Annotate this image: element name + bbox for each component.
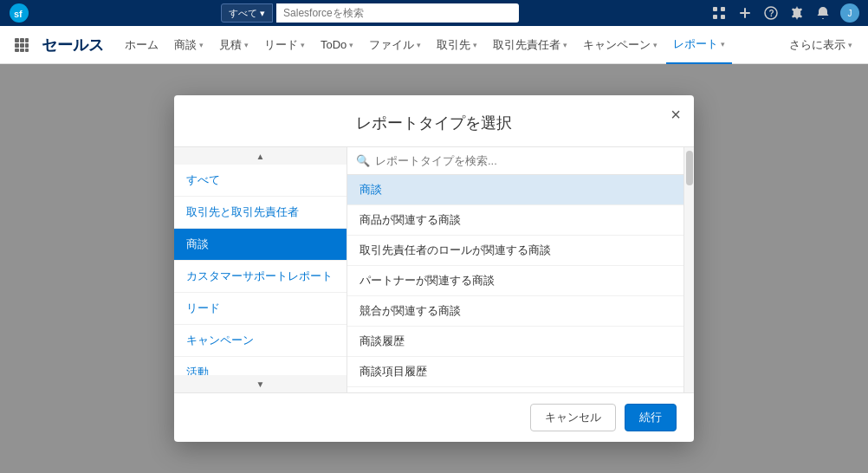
- cancel-button[interactable]: キャンセル: [530, 404, 616, 431]
- modal-title: レポートタイプを選択: [356, 114, 512, 132]
- nav-item-contacts[interactable]: 取引先責任者 ▾: [486, 26, 574, 64]
- search-icon: 🔍: [356, 154, 370, 167]
- svg-rect-11: [20, 38, 24, 42]
- scroll-up-button[interactable]: ▲: [174, 147, 347, 165]
- svg-rect-2: [713, 7, 717, 11]
- chevron-down-icon: ▾: [848, 41, 852, 49]
- svg-text:sf: sf: [14, 9, 23, 19]
- utility-bar-left: sf: [9, 3, 29, 23]
- nav-item-files[interactable]: ファイル ▾: [362, 26, 428, 64]
- left-panel-list: すべて 取引先と取引先責任者 商談 カスタマーサポートレポート リード キャンペ…: [174, 165, 347, 392]
- left-panel-item-campaigns[interactable]: キャンペーン: [174, 325, 347, 357]
- nav-item-campaigns[interactable]: キャンペーン ▾: [576, 26, 664, 64]
- gear-icon[interactable]: [788, 4, 806, 22]
- search-row: 🔍: [347, 147, 683, 175]
- left-panel-item-all[interactable]: すべて: [174, 165, 347, 197]
- modal-body: ▲ すべて 取引先と取引先責任者 商談 カスタマーサポートレポート リード キャ…: [174, 147, 694, 392]
- report-item-deals-history[interactable]: 商談履歴: [347, 327, 683, 357]
- nav-items: ホーム 商談 ▾ 見積 ▾ リード ▾ ToDo ▾ ファイル ▾ 取引先 ▾ …: [118, 26, 779, 64]
- chevron-down-icon: ▾: [199, 41, 204, 49]
- modal-header: レポートタイプを選択 ×: [174, 95, 694, 147]
- report-search-input[interactable]: [375, 154, 675, 167]
- search-all-button[interactable]: すべて ▾: [221, 3, 273, 23]
- salesforce-logo: sf: [9, 3, 29, 23]
- report-item-deals-products[interactable]: 商品が関連する商談: [347, 205, 683, 236]
- modal-close-button[interactable]: ×: [670, 106, 681, 123]
- chevron-down-icon: ▾: [563, 41, 567, 49]
- svg-text:?: ?: [769, 9, 774, 18]
- left-panel-item-accounts[interactable]: 取引先と取引先責任者: [174, 197, 347, 229]
- svg-rect-7: [740, 12, 750, 14]
- scroll-down-button[interactable]: ▼: [174, 375, 347, 392]
- left-panel-item-leads[interactable]: リード: [174, 293, 347, 325]
- report-item-deals-item-history[interactable]: 商談項目履歴: [347, 357, 683, 387]
- utility-bar: sf すべて ▾ ?: [0, 0, 868, 26]
- nav-item-deals[interactable]: 商談 ▾: [167, 26, 211, 64]
- report-item-deals-contact-roles[interactable]: 取引先責任者のロールが関連する商談: [347, 236, 683, 266]
- chevron-down-icon: ▾: [721, 40, 725, 49]
- app-name: セールス: [42, 35, 104, 55]
- chevron-down-icon: ▾: [349, 41, 353, 49]
- grid-icon[interactable]: [710, 4, 728, 22]
- nav-item-accounts[interactable]: 取引先 ▾: [430, 26, 484, 64]
- chevron-down-icon: ▾: [473, 41, 477, 49]
- modal-dialog: レポートタイプを選択 × ▲ すべて 取引先と取引先責任者 商談 カスタマーサポ…: [174, 95, 694, 442]
- left-panel-item-deals[interactable]: 商談: [174, 229, 347, 261]
- svg-rect-17: [20, 49, 24, 52]
- modal-overlay: レポートタイプを選択 × ▲ すべて 取引先と取引先責任者 商談 カスタマーサポ…: [0, 64, 868, 473]
- plus-icon[interactable]: [736, 4, 754, 22]
- svg-rect-15: [25, 43, 29, 48]
- scrollbar-thumb: [686, 151, 693, 185]
- right-scrollbar[interactable]: [683, 147, 694, 392]
- svg-rect-4: [713, 15, 717, 19]
- report-item-deals[interactable]: 商談: [347, 175, 683, 205]
- nav-item-todo[interactable]: ToDo ▾: [314, 26, 360, 64]
- continue-button[interactable]: 続行: [625, 404, 677, 431]
- chevron-down-icon: ▾: [653, 41, 657, 49]
- page-content: レポートタイプを選択 × ▲ すべて 取引先と取引先責任者 商談 カスタマーサポ…: [0, 64, 868, 473]
- svg-rect-18: [25, 49, 29, 52]
- svg-rect-3: [721, 7, 725, 11]
- report-list: 商談 商品が関連する商談 取引先責任者のロールが関連する商談 パートナーが関連す…: [347, 175, 683, 392]
- nav-item-estimates[interactable]: 見積 ▾: [212, 26, 256, 64]
- svg-rect-5: [721, 15, 725, 19]
- right-panel: 🔍 商談 商品が関連する商談 取引先責任者のロールが関連する商談 パートナーが関…: [347, 147, 683, 392]
- svg-rect-10: [15, 38, 19, 42]
- svg-rect-13: [15, 43, 19, 48]
- avatar[interactable]: J: [840, 3, 859, 23]
- svg-rect-12: [25, 38, 29, 42]
- svg-rect-14: [20, 43, 24, 48]
- bell-icon[interactable]: [814, 4, 832, 22]
- chevron-down-icon: ▾: [301, 41, 305, 49]
- nav-item-reports[interactable]: レポート ▾: [666, 26, 732, 64]
- nav-item-home[interactable]: ホーム: [118, 26, 165, 64]
- chevron-down-icon: ▾: [417, 41, 421, 49]
- global-search-input[interactable]: [276, 3, 519, 23]
- left-panel-item-customer[interactable]: カスタマーサポートレポート: [174, 261, 347, 293]
- left-panel: ▲ すべて 取引先と取引先責任者 商談 カスタマーサポートレポート リード キャ…: [174, 147, 347, 392]
- modal-footer: キャンセル 続行: [174, 392, 694, 442]
- nav-bar: セールス ホーム 商談 ▾ 見積 ▾ リード ▾ ToDo ▾ ファイル ▾ 取…: [0, 26, 868, 64]
- nav-item-leads[interactable]: リード ▾: [257, 26, 312, 64]
- nav-more-button[interactable]: さらに表示 ▾: [782, 26, 859, 64]
- utility-bar-right: ? J: [710, 3, 859, 23]
- utility-bar-center: すべて ▾: [29, 3, 710, 23]
- report-item-deals-competitors[interactable]: 競合が関連する商談: [347, 296, 683, 327]
- svg-rect-16: [15, 49, 19, 52]
- help-icon[interactable]: ?: [762, 4, 780, 22]
- app-switcher-button[interactable]: [9, 32, 35, 58]
- chevron-down-icon: ▾: [244, 41, 249, 49]
- report-item-deals-partners[interactable]: パートナーが関連する商談: [347, 266, 683, 296]
- right-panel-outer: 🔍 商談 商品が関連する商談 取引先責任者のロールが関連する商談 パートナーが関…: [347, 147, 694, 392]
